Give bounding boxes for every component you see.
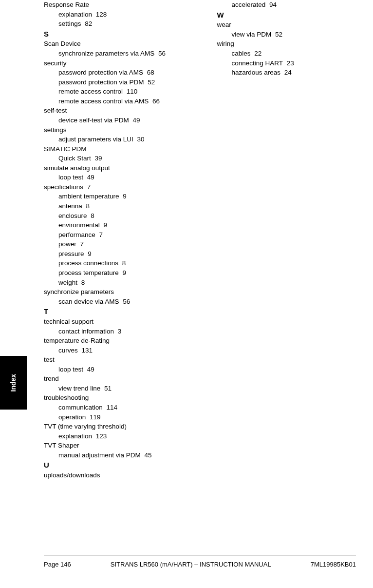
index-subentry: cables 22	[217, 49, 356, 59]
index-subentry: manual adjustment via PDM 45	[44, 451, 183, 460]
index-text: wiring	[217, 40, 234, 47]
footer-doc-id: 7ML19985KB01	[311, 560, 356, 569]
index-entry: specifications 7	[44, 182, 183, 192]
index-page-ref: 9	[102, 221, 107, 229]
index-page-ref: 7	[97, 231, 103, 238]
index-subentry: process connections 8	[44, 258, 183, 268]
index-text: device self-test via PDM	[58, 117, 129, 124]
index-text: password protection via PDM	[58, 78, 144, 86]
index-page-ref: 123	[94, 432, 107, 440]
index-text: weight	[58, 279, 77, 286]
index-entry: wiring	[217, 39, 356, 49]
side-tab-index: Index	[0, 356, 27, 410]
index-text: Response Rate	[44, 1, 89, 8]
index-subentry: ambient temperature 9	[44, 192, 183, 201]
index-page-ref: 9	[121, 193, 127, 200]
index-text: self-test	[44, 107, 67, 114]
index-text: scan device via AMS	[58, 298, 119, 305]
index-text: loop test	[58, 174, 83, 181]
index-text: U	[44, 461, 49, 469]
index-page-ref: 24	[282, 69, 292, 76]
index-text: loop test	[58, 366, 83, 373]
index-page-ref: 9	[121, 269, 126, 276]
index-entry: wear	[217, 20, 356, 30]
index-page-ref: 30	[135, 136, 145, 143]
index-entry: Scan Device	[44, 39, 183, 49]
index-text: remote access control via AMS	[58, 98, 149, 105]
index-entry: temperature de-Rating	[44, 336, 183, 346]
index-entry: TVT (time varying threshold)	[44, 422, 183, 431]
index-entry: uploads/downloads	[44, 470, 183, 480]
index-subentry: settings 82	[44, 19, 183, 29]
index-page-ref: 8	[89, 212, 94, 219]
index-entry: SIMATIC PDM	[44, 144, 183, 154]
index-page-ref: 7	[85, 183, 91, 191]
index-letter-heading: S	[44, 29, 183, 39]
index-page-ref: 49	[85, 174, 94, 181]
index-page-ref: 119	[88, 413, 100, 421]
index-text: TVT (time varying threshold)	[44, 423, 127, 430]
index-text: explanation	[58, 432, 92, 440]
index-subentry: weight 8	[44, 278, 183, 288]
index-text: connecting HART	[232, 59, 283, 67]
footer-title: SITRANS LR560 (mA/HART) – INSTRUCTION MA…	[71, 560, 311, 569]
index-text: accelerated	[232, 1, 266, 8]
index-text: pressure	[58, 250, 84, 257]
index-text: environmental	[58, 221, 100, 229]
index-entry: troubleshooting	[44, 393, 183, 403]
index-subentry: connecting HART 23	[217, 59, 356, 68]
index-text: explanation	[58, 11, 92, 18]
index-page-ref: 110	[125, 88, 137, 95]
index-text: uploads/downloads	[44, 471, 100, 479]
index-subentry: operation 119	[44, 412, 183, 422]
index-text: hazardous areas	[232, 69, 281, 76]
index-page-ref: 52	[273, 31, 282, 38]
index-entry: self-test	[44, 106, 183, 116]
index-text: ambient temperature	[58, 193, 119, 200]
index-subentry: password protection via PDM 52	[44, 78, 183, 87]
index-page-ref: 45	[143, 451, 152, 459]
index-subentry: scan device via AMS 56	[44, 297, 183, 307]
index-text: settings	[58, 20, 81, 27]
index-entry: TVT Shaper	[44, 441, 183, 451]
index-text: synchronize parameters	[44, 288, 114, 295]
index-subentry: view via PDM 52	[217, 30, 356, 39]
index-page-ref: 8	[84, 202, 90, 210]
index-subentry: power 7	[44, 239, 183, 249]
index-page-ref: 114	[105, 404, 117, 411]
index-text: settings	[44, 126, 67, 134]
index-column-1: Response Rateexplanation 128settings 82S…	[44, 0, 183, 480]
index-text: security	[44, 59, 67, 67]
index-text: antenna	[58, 202, 82, 210]
index-subentry: Quick Start 39	[44, 154, 183, 163]
index-letter-heading: W	[217, 10, 356, 20]
index-subentry: view trend line 51	[44, 384, 183, 393]
index-page-ref: 82	[83, 20, 93, 27]
index-subentry: synchronize parameters via AMS 56	[44, 49, 183, 59]
index-text: adjust parameters via LUI	[58, 136, 133, 143]
index-page-ref: 3	[116, 328, 121, 335]
index-page-ref: 94	[267, 1, 277, 8]
index-page-ref: 51	[102, 385, 112, 392]
index-subentry: contact information 3	[44, 327, 183, 336]
index-text: operation	[58, 413, 86, 421]
index-subentry: device self-test via PDM 49	[44, 116, 183, 125]
index-page-ref: 52	[146, 78, 155, 86]
index-text: S	[44, 30, 49, 38]
index-text: specifications	[44, 183, 83, 191]
index-page-ref: 131	[80, 347, 93, 354]
index-subentry: loop test 49	[44, 365, 183, 374]
index-text: contact information	[58, 328, 114, 335]
index-page-ref: 23	[285, 59, 294, 67]
index-page-ref: 9	[86, 250, 92, 257]
index-column-2: accelerated 94Wwearview via PDM 52wiring…	[217, 0, 356, 480]
index-subentry: remote access control via AMS 66	[44, 97, 183, 106]
index-page-ref: 56	[121, 298, 131, 305]
index-text: simulate analog output	[44, 164, 110, 172]
index-letter-heading: T	[44, 306, 183, 317]
index-subentry: environmental 9	[44, 220, 183, 230]
index-text: test	[44, 356, 55, 363]
index-text: technical support	[44, 318, 93, 325]
index-subentry: hazardous areas 24	[217, 68, 356, 78]
index-subentry: explanation 128	[44, 10, 183, 20]
